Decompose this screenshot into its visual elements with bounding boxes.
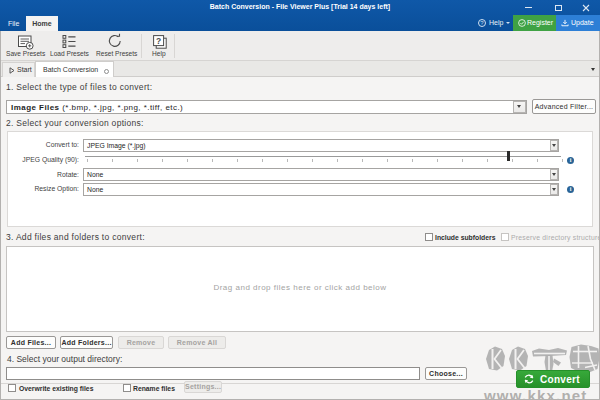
svg-text:?: ? xyxy=(156,36,161,46)
